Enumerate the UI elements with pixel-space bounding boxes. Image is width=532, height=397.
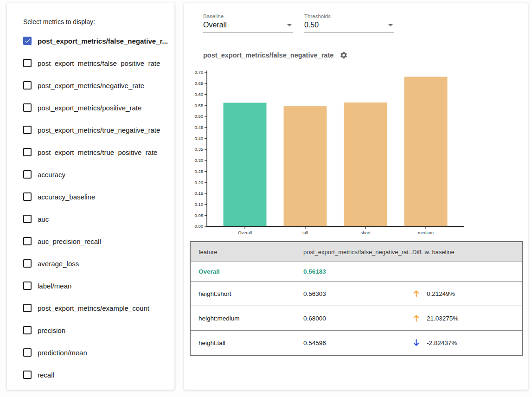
svg-text:0.60: 0.60 [195, 92, 204, 97]
feature-cell: height:short [191, 290, 303, 297]
metric-checkbox-item[interactable]: precision [23, 319, 170, 341]
metric-checkbox-item[interactable]: auc_precision_recall [23, 230, 170, 252]
metric-label: post_export_metrics/false_positive_rate [38, 59, 160, 67]
diff-cell: 0.21249% [412, 289, 522, 298]
bar-tall[interactable] [284, 106, 327, 226]
metric-select-title: Select metrics to display: [23, 18, 95, 26]
checkbox-unchecked-icon[interactable] [23, 170, 32, 179]
metric-label: auc_precision_recall [38, 237, 101, 245]
metric-label: average_loss [38, 260, 79, 268]
checkbox-unchecked-icon[interactable] [23, 103, 32, 112]
metric-checkbox-item[interactable]: post_export_metrics/false_negative_r... [23, 30, 170, 52]
metric-checkbox-item[interactable]: post_export_metrics/positive_rate [23, 96, 170, 119]
chart-header: post_export_metrics/false_negative_rate [203, 51, 348, 59]
metric-label: post_export_metrics/positive_rate [38, 104, 141, 112]
checkbox-unchecked-icon[interactable] [23, 148, 32, 156]
svg-text:0.40: 0.40 [195, 136, 204, 141]
bar-Overall[interactable] [224, 103, 267, 226]
checkbox-unchecked-icon[interactable] [23, 215, 32, 223]
bar-short[interactable] [344, 102, 387, 226]
metric-checkbox-item[interactable]: accuracy [23, 163, 170, 186]
checkbox-unchecked-icon[interactable] [23, 81, 32, 90]
svg-text:0.70: 0.70 [195, 70, 204, 75]
table-header-row: featurepost_export_metrics/false_negativ… [191, 242, 522, 262]
metric-checkbox-item[interactable]: post_export_metrics/true_negative_rate [23, 119, 170, 141]
metric-value-cell: 0.68000 [303, 315, 412, 322]
metric-checkbox-item[interactable]: post_export_metrics/negative_rate [23, 74, 170, 96]
table-header-cell: Diff. w. baseline [412, 249, 522, 256]
svg-text:0.55: 0.55 [195, 103, 204, 108]
metric-label: post_export_metrics/true_positive_rate [38, 148, 157, 156]
diff-value: 21.03275% [427, 315, 458, 322]
table-header-cell: feature [191, 249, 303, 256]
checkbox-unchecked-icon[interactable] [23, 282, 32, 290]
arrow-up-icon [412, 289, 423, 298]
svg-text:tall: tall [302, 230, 308, 235]
checkbox-unchecked-icon[interactable] [23, 59, 32, 67]
bar-medium[interactable] [404, 77, 448, 226]
metric-label: post_export_metrics/false_negative_r... [38, 37, 168, 45]
metric-checkbox-item[interactable]: auc [23, 208, 170, 230]
svg-text:0.30: 0.30 [195, 158, 204, 163]
chevron-down-icon [388, 24, 393, 26]
table-header-cell: post_export_metrics/false_negative_rat..… [303, 249, 412, 256]
table-row[interactable]: height:short0.563030.21249% [191, 281, 522, 306]
svg-text:short: short [360, 230, 370, 235]
svg-text:0.20: 0.20 [195, 180, 204, 185]
metric-list: post_export_metrics/false_negative_r...p… [23, 30, 170, 386]
thresholds-label: Thresholds [304, 13, 394, 19]
checkbox-unchecked-icon[interactable] [23, 259, 32, 268]
feature-cell: Overall [191, 268, 303, 275]
metric-checkbox-item[interactable]: post_export_metrics/example_count [23, 297, 170, 319]
metric-label: auc [38, 215, 49, 223]
svg-text:0.05: 0.05 [195, 213, 204, 218]
diff-value: -2.82437% [427, 339, 457, 346]
chart-title: post_export_metrics/false_negative_rate [203, 51, 333, 59]
metric-value-cell: 0.56183 [303, 268, 412, 275]
metric-label: recall [38, 371, 54, 379]
thresholds-dropdown[interactable]: Thresholds 0.50 [304, 13, 394, 33]
metric-label: precision [38, 327, 65, 334]
svg-text:0.50: 0.50 [195, 114, 204, 119]
feature-cell: height:tall [191, 339, 303, 346]
feature-cell: height:medium [191, 315, 303, 322]
gear-icon[interactable] [340, 51, 348, 59]
metric-checkbox-item[interactable]: average_loss [23, 252, 170, 275]
arrow-up-icon [412, 314, 423, 323]
checkbox-checked-icon[interactable] [23, 37, 32, 45]
metric-label: post_export_metrics/example_count [38, 304, 149, 312]
metric-label: accuracy_baseline [38, 193, 95, 201]
table-row[interactable]: Overall0.56183 [191, 262, 522, 281]
metric-checkbox-item[interactable]: accuracy_baseline [23, 186, 170, 208]
diff-cell: -2.82437% [412, 338, 522, 347]
checkbox-unchecked-icon[interactable] [23, 126, 32, 134]
chevron-down-icon [287, 24, 292, 26]
metric-checkbox-item[interactable]: post_export_metrics/true_positive_rate [23, 141, 170, 163]
checkbox-unchecked-icon[interactable] [23, 348, 32, 357]
metric-label: post_export_metrics/negative_rate [38, 82, 144, 90]
checkbox-unchecked-icon[interactable] [23, 237, 32, 245]
metric-value-cell: 0.54596 [303, 339, 412, 346]
table-row[interactable]: height:medium0.6800021.03275% [191, 306, 522, 330]
svg-text:0.10: 0.10 [195, 202, 204, 207]
checkbox-unchecked-icon[interactable] [23, 326, 32, 334]
metric-checkbox-item[interactable]: post_export_metrics/false_positive_rate [23, 52, 170, 74]
metric-checkbox-item[interactable]: prediction/mean [23, 341, 170, 364]
metrics-table: featurepost_export_metrics/false_negativ… [190, 241, 523, 356]
svg-text:Overall: Overall [238, 230, 252, 235]
metric-select-panel: Select metrics to display: post_export_m… [6, 3, 175, 390]
metric-value-cell: 0.56303 [303, 290, 412, 297]
checkbox-unchecked-icon[interactable] [23, 192, 32, 201]
metric-checkbox-item[interactable]: label/mean [23, 275, 170, 297]
svg-text:medium: medium [418, 230, 434, 235]
table-row[interactable]: height:tall0.54596-2.82437% [191, 330, 522, 355]
svg-text:0.35: 0.35 [195, 147, 204, 152]
svg-text:0.00: 0.00 [195, 224, 204, 229]
checkbox-unchecked-icon[interactable] [23, 304, 32, 312]
baseline-value: Overall [203, 21, 227, 29]
checkbox-unchecked-icon[interactable] [23, 371, 32, 379]
fairness-results-panel: Baseline Overall Thresholds 0.50 post_ex… [184, 3, 528, 390]
baseline-dropdown[interactable]: Baseline Overall [203, 13, 293, 33]
metric-label: prediction/mean [38, 349, 87, 357]
metric-checkbox-item[interactable]: recall [23, 364, 170, 386]
